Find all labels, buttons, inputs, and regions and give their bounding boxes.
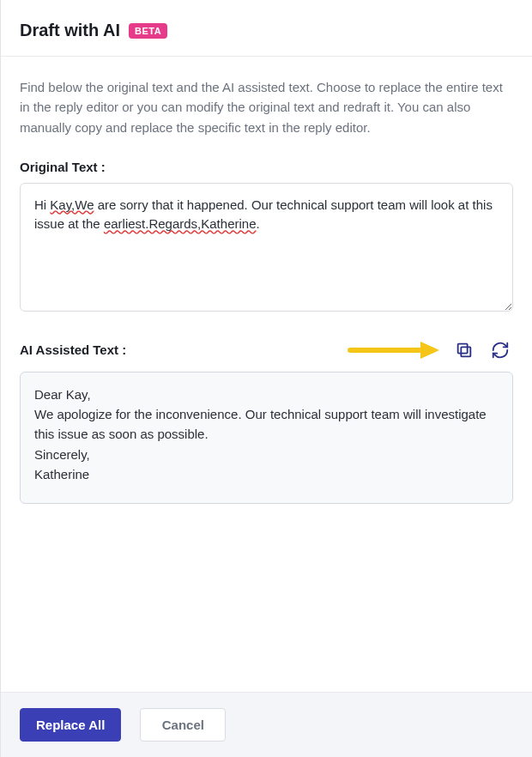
draft-ai-dialog: Draft with AI BETA Find below the origin… (0, 0, 532, 757)
dialog-footer: Replace All Cancel (1, 692, 532, 757)
replace-all-button[interactable]: Replace All (20, 708, 121, 742)
ai-assisted-label: AI Assisted Text : (20, 342, 126, 357)
svg-marker-1 (420, 342, 439, 359)
svg-rect-2 (461, 347, 470, 356)
ai-header-row: AI Assisted Text : (20, 337, 513, 363)
annotation-arrow (347, 338, 441, 362)
dialog-body: Find below the original text and the AI … (1, 57, 532, 692)
refresh-icon (491, 341, 510, 360)
intro-text: Find below the original text and the AI … (20, 77, 513, 137)
ai-actions (347, 337, 513, 363)
original-text-editor[interactable]: Hi Kay,We are sorry that it happened. Ou… (20, 183, 513, 312)
cancel-button[interactable]: Cancel (140, 708, 226, 742)
dialog-header: Draft with AI BETA (1, 0, 532, 57)
beta-badge: BETA (129, 23, 167, 39)
ai-assisted-text-box: Dear Kay, We apologize for the inconveni… (20, 372, 513, 504)
original-text-label: Original Text : (20, 160, 513, 174)
copy-icon (455, 341, 474, 360)
svg-rect-3 (458, 343, 468, 353)
copy-button[interactable] (451, 337, 477, 363)
dialog-title: Draft with AI (20, 21, 120, 40)
original-text-content: Hi Kay,We are sorry that it happened. Ou… (34, 197, 493, 232)
refresh-button[interactable] (487, 337, 513, 363)
